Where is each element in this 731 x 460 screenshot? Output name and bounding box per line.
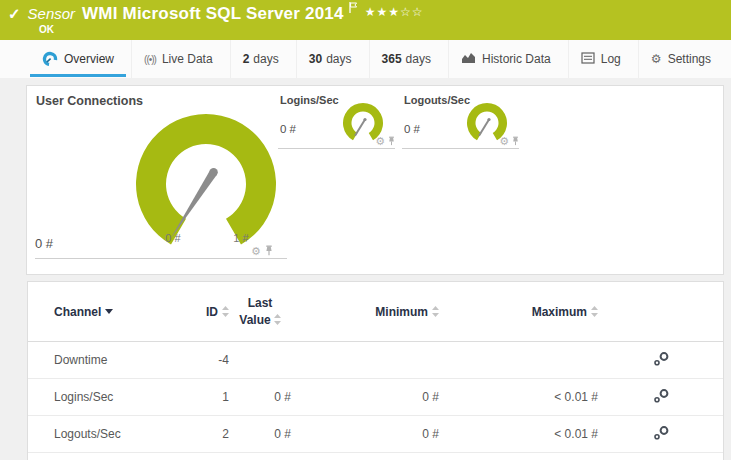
channel-name: Logins/Sec xyxy=(54,390,184,404)
table-row: Logouts/Sec 2 0 # 0 # < 0.01 # xyxy=(28,416,723,453)
gauge-pin-icon[interactable] xyxy=(512,132,519,150)
sensor-title: WMI Microsoft SQL Server 2014 xyxy=(82,4,344,24)
channel-settings-icon[interactable] xyxy=(653,388,677,407)
tab-live-data[interactable]: ((•)) Live Data xyxy=(131,40,225,78)
channel-last-value: 0 # xyxy=(229,390,291,404)
logins-gauge-block: Logins/Sec 0 # ⚙ xyxy=(278,92,395,149)
gauge-scale-min: 0 # xyxy=(155,232,191,244)
sensor-status-text: OK xyxy=(39,24,54,35)
log-list-icon xyxy=(581,52,595,67)
tab-live-data-label: Live Data xyxy=(162,52,213,66)
column-header-maximum[interactable]: Maximum xyxy=(439,305,598,319)
table-row: Downtime -4 xyxy=(28,342,723,379)
user-connections-gauge[interactable] xyxy=(121,102,291,252)
tab-30-days[interactable]: 30 days xyxy=(296,40,364,78)
tab-bar: Overview ((•)) Live Data 2 days 30 days … xyxy=(0,40,731,78)
channel-maximum: < 0.01 # xyxy=(439,427,598,441)
channel-minimum: 0 # xyxy=(291,427,439,441)
tab-settings-label: Settings xyxy=(668,52,711,66)
channels-table-panel: Channel ID Last Value Minimum Maximum Do… xyxy=(27,281,724,460)
flag-icon[interactable] xyxy=(349,0,358,17)
tab-overview[interactable]: Overview xyxy=(30,40,126,78)
gear-icon: ⚙ xyxy=(651,52,662,66)
sort-icon xyxy=(432,306,439,317)
tab-historic-data[interactable]: Historic Data xyxy=(448,40,563,78)
table-header-row: Channel ID Last Value Minimum Maximum xyxy=(28,282,723,342)
logouts-gauge-value: 0 # xyxy=(404,123,420,135)
tab-log-label: Log xyxy=(601,52,621,66)
gauges-panel: User Connections 0 # 1 # 0 # ⚙ Logins/Se… xyxy=(26,85,724,275)
channel-id: 2 xyxy=(184,427,229,441)
gauge-settings-gear-icon[interactable]: ⚙ xyxy=(375,136,385,147)
channel-id: 1 xyxy=(184,390,229,404)
channel-maximum: < 0.01 # xyxy=(439,390,598,404)
gauge-pin-icon[interactable] xyxy=(388,132,395,150)
channel-settings-icon[interactable] xyxy=(653,425,677,444)
column-header-last-value[interactable]: Last Value xyxy=(229,295,291,327)
gauge-divider xyxy=(35,258,287,259)
logins-gauge-value: 0 # xyxy=(280,123,296,135)
historic-chart-icon xyxy=(461,51,476,67)
status-ok-check-icon: ✓ xyxy=(8,5,21,23)
column-header-id[interactable]: ID xyxy=(184,305,229,319)
sort-icon xyxy=(274,314,281,325)
channel-name: Downtime xyxy=(54,353,184,367)
channel-name: Logouts/Sec xyxy=(54,427,184,441)
gauge-settings-gear-icon[interactable]: ⚙ xyxy=(499,136,509,147)
sort-icon xyxy=(591,306,598,317)
gauge-settings-gear-icon[interactable]: ⚙ xyxy=(251,246,261,257)
channel-minimum: 0 # xyxy=(291,390,439,404)
sort-icon xyxy=(222,306,229,317)
column-header-minimum[interactable]: Minimum xyxy=(291,305,439,319)
channel-id: -4 xyxy=(184,353,229,367)
channel-last-value: 0 # xyxy=(229,427,291,441)
main-gauge-value: 0 # xyxy=(35,236,53,251)
sensor-header: ✓ Sensor WMI Microsoft SQL Server 2014 ★… xyxy=(0,0,731,40)
priority-stars[interactable]: ★★★☆☆ xyxy=(365,5,424,19)
object-kind-label: Sensor xyxy=(28,5,76,22)
tab-log[interactable]: Log xyxy=(568,40,633,78)
gauge-needle xyxy=(170,170,217,239)
logouts-gauge-title: Logouts/Sec xyxy=(404,94,470,106)
tab-2-days[interactable]: 2 days xyxy=(230,40,291,78)
logins-gauge-title: Logins/Sec xyxy=(280,94,339,106)
tab-settings[interactable]: ⚙ Settings xyxy=(638,40,723,78)
table-row: Logins/Sec 1 0 # 0 # < 0.01 # xyxy=(28,379,723,416)
logouts-gauge-block: Logouts/Sec 0 # ⚙ xyxy=(402,92,519,149)
gauge-icon xyxy=(42,50,58,69)
tab-365-days[interactable]: 365 days xyxy=(369,40,443,78)
sort-desc-icon xyxy=(105,309,113,314)
channel-settings-icon[interactable] xyxy=(653,351,677,370)
tab-overview-label: Overview xyxy=(64,52,114,66)
table-row: User Connections 0 0 # 0 # 0 # xyxy=(28,453,723,460)
live-data-icon: ((•)) xyxy=(144,54,156,65)
tab-historic-label: Historic Data xyxy=(482,52,551,66)
column-header-channel[interactable]: Channel xyxy=(54,305,184,319)
